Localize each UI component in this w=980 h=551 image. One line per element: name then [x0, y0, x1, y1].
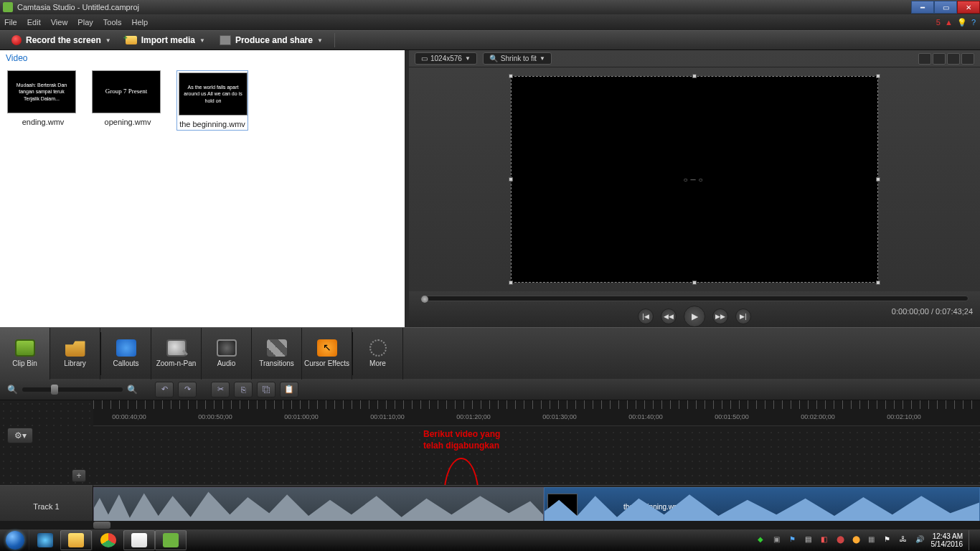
resize-handle[interactable]: [876, 74, 880, 78]
clip-item[interactable]: Mudaah: Berterak Dan tangan sampai teruk…: [7, 70, 79, 131]
resize-handle[interactable]: [692, 74, 697, 78]
preview-canvas[interactable]: ○─○: [511, 76, 878, 283]
tray-icon[interactable]: ◆: [758, 535, 768, 545]
folder-icon: [68, 533, 84, 547]
rewind-button[interactable]: ◀◀: [661, 309, 677, 324]
tab-callouts[interactable]: Callouts: [101, 328, 151, 380]
undo-button[interactable]: ↶: [155, 382, 174, 397]
resize-handle[interactable]: [509, 177, 513, 182]
library-icon: [65, 339, 85, 357]
tray-icon[interactable]: ⬤: [837, 535, 847, 545]
tray-icon[interactable]: ▣: [773, 535, 783, 545]
tray-icon[interactable]: ▤: [805, 535, 815, 545]
tab-library[interactable]: Library: [50, 328, 100, 380]
timeline-ruler[interactable]: 00:00:40;00 00:00:50;00 00:01:00;00 00:0…: [93, 400, 980, 426]
resize-handle[interactable]: [692, 281, 697, 285]
tab-zoom-pan[interactable]: Zoom-n-Pan: [151, 328, 202, 380]
scrubber-handle[interactable]: [421, 296, 428, 303]
resize-handle[interactable]: [509, 281, 513, 285]
scrollbar-grip[interactable]: [93, 522, 110, 529]
timeline-h-scrollbar[interactable]: [0, 521, 980, 529]
zoom-fit-selector[interactable]: 🔍 Shrink to fit ▼: [483, 52, 552, 65]
preview-scrubber[interactable]: [420, 296, 969, 301]
copy-button[interactable]: ⿻: [257, 382, 275, 397]
resize-handle[interactable]: [876, 281, 880, 285]
add-track-button[interactable]: +: [72, 469, 86, 482]
tab-transitions[interactable]: Transitions: [252, 328, 302, 380]
show-desktop-button[interactable]: [969, 530, 974, 550]
forward-button[interactable]: ▶▶: [712, 309, 728, 324]
window-minimize-button[interactable]: ━: [911, 1, 934, 14]
next-clip-button[interactable]: ▶|: [735, 309, 751, 324]
clip-thumbnail: As the world falls apart around us All w…: [179, 72, 248, 116]
zoom-out-icon[interactable]: 🔍: [7, 385, 18, 395]
window-close-button[interactable]: ✕: [957, 1, 980, 14]
slider-thumb[interactable]: [51, 385, 58, 395]
clip-item-selected[interactable]: As the world falls apart around us All w…: [176, 70, 248, 131]
tab-label: Zoom-n-Pan: [156, 359, 197, 367]
preview-tool-button[interactable]: [947, 53, 960, 65]
tray-icon[interactable]: ⚑: [884, 535, 894, 545]
timeline-zoom-slider[interactable]: [22, 387, 123, 392]
fit-label: Shrink to fit: [501, 55, 537, 62]
chevron-down-icon: ▼: [317, 37, 323, 44]
tab-clip-bin[interactable]: Clip Bin: [0, 328, 50, 380]
menu-help[interactable]: Help: [131, 18, 148, 27]
taskbar-chrome[interactable]: [92, 530, 123, 550]
play-button[interactable]: ▶: [684, 306, 705, 327]
tab-audio[interactable]: Audio: [202, 328, 252, 380]
timeline-clip[interactable]: [93, 487, 544, 526]
tray-icon[interactable]: ⚑: [789, 535, 799, 545]
clip-bin-panel: Video Mudaah: Berterak Dan tangan sampai…: [0, 50, 405, 327]
tray-icon[interactable]: ◧: [821, 535, 831, 545]
taskbar-explorer[interactable]: [60, 530, 92, 550]
start-button[interactable]: [1, 530, 29, 550]
prev-clip-button[interactable]: |◀: [638, 309, 654, 324]
paste-button[interactable]: 📋: [280, 382, 298, 397]
resize-handle[interactable]: [876, 177, 880, 182]
menu-file[interactable]: File: [4, 18, 17, 27]
tray-clock[interactable]: 12:43 AM 5/14/2016: [931, 532, 963, 548]
tray-icon[interactable]: ▦: [868, 535, 878, 545]
timeline-options-button[interactable]: ⚙▾: [7, 428, 33, 443]
tab-more[interactable]: More: [353, 328, 403, 380]
canvas-dimensions-selector[interactable]: ▭ 1024x576 ▼: [415, 52, 477, 65]
taskbar-paint[interactable]: [123, 530, 155, 550]
bulb-icon[interactable]: 💡: [957, 18, 967, 27]
menu-play[interactable]: Play: [77, 18, 93, 27]
camtasia-icon: [163, 533, 179, 547]
tray-icon[interactable]: ⬤: [852, 535, 862, 545]
menu-view[interactable]: View: [51, 18, 68, 27]
clip-item[interactable]: Group 7 Present opening.wmv: [92, 70, 164, 131]
clip-thumbnail: Group 7 Present: [92, 70, 161, 113]
info-icon[interactable]: ?: [971, 18, 976, 27]
timeline-clip-selected[interactable]: the beginning.wmv: [544, 487, 980, 526]
record-screen-button[interactable]: Record the screen ▼: [6, 33, 117, 47]
preview-tool-button[interactable]: [933, 53, 946, 65]
redo-button[interactable]: ↷: [178, 382, 197, 397]
tray-volume-icon[interactable]: 🔊: [915, 535, 925, 545]
rotate-handle-icon[interactable]: ○─○: [683, 176, 705, 184]
resize-handle[interactable]: [509, 74, 513, 78]
menu-edit[interactable]: Edit: [27, 18, 41, 27]
tray-network-icon[interactable]: 🖧: [900, 535, 910, 545]
produce-share-button[interactable]: Produce and share ▼: [214, 33, 329, 47]
bell-icon[interactable]: ▲: [945, 18, 953, 27]
preview-detach-button[interactable]: [961, 53, 974, 65]
zoom-in-icon[interactable]: 🔍: [127, 385, 138, 395]
folder-import-icon: [126, 36, 137, 44]
more-icon: [368, 339, 388, 357]
cut-button[interactable]: ✂: [211, 382, 230, 397]
preview-tool-button[interactable]: [918, 53, 931, 65]
import-media-button[interactable]: Import media ▼: [120, 33, 211, 47]
ruler-tick: 00:00:50;00: [198, 413, 232, 420]
chrome-icon: [100, 533, 116, 547]
taskbar-camtasia[interactable]: [155, 530, 187, 550]
notification-count[interactable]: 5: [936, 18, 941, 27]
taskbar-app[interactable]: [29, 530, 60, 550]
split-button[interactable]: ⎘: [234, 382, 253, 397]
window-maximize-button[interactable]: ▭: [934, 1, 957, 14]
menu-tools[interactable]: Tools: [103, 18, 122, 27]
clip-filename: opening.wmv: [92, 118, 164, 126]
tab-cursor-effects[interactable]: Cursor Effects: [302, 328, 352, 380]
